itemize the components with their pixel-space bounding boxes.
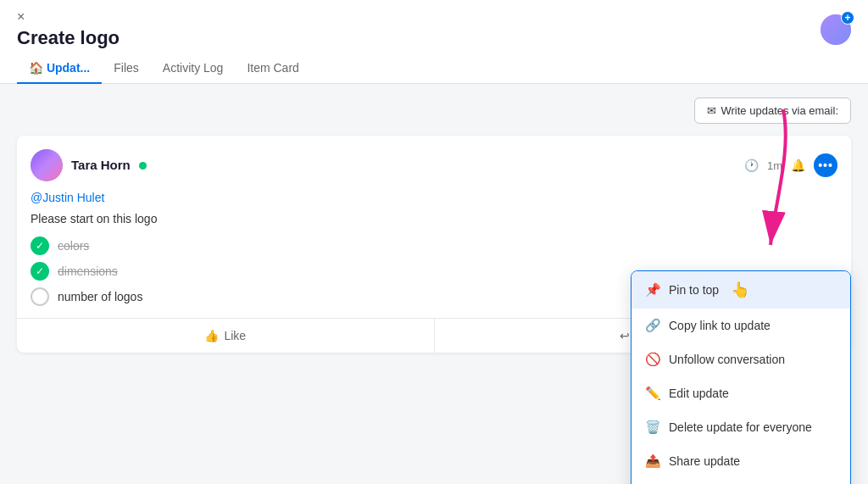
mention-text: @Justin Hulet [31, 191, 104, 204]
menu-label-copy-link: Copy link to update [669, 319, 771, 332]
user-info: Tara Horn [31, 149, 147, 181]
page-title: Create logo [17, 27, 120, 49]
user-avatar-container: + [821, 14, 851, 45]
write-email-button[interactable]: ✉ Write updates via email: [694, 97, 852, 124]
tab-activity-log[interactable]: Activity Log [151, 53, 236, 83]
menu-item-bookmark[interactable]: 🔖 Bookmark this update to inbox [632, 478, 850, 484]
clock-icon: 🕐 [744, 159, 759, 172]
header-left: × Create logo [17, 10, 120, 49]
user-avatar [31, 149, 63, 181]
user-name: Tara Horn [71, 158, 131, 172]
menu-label-pin-to-top: Pin to top [669, 283, 719, 297]
online-status-dot [139, 162, 147, 170]
update-body: Please start on this logo [31, 210, 837, 228]
menu-label-edit: Edit update [669, 387, 729, 400]
tab-files[interactable]: Files [102, 53, 151, 83]
checkbox-checked-colors[interactable]: ✓ [31, 236, 49, 255]
menu-item-pin-to-top[interactable]: 📌 Pin to top 👆 [632, 271, 850, 309]
context-menu: 📌 Pin to top 👆 🔗 Copy link to update 🚫 U… [631, 270, 851, 484]
checkbox-checked-dimensions[interactable]: ✓ [31, 262, 49, 281]
delete-icon: 🗑️ [645, 420, 660, 435]
checklist-item-colors: ✓ colors [31, 236, 837, 255]
edit-icon: ✏️ [645, 386, 660, 401]
reply-icon: ↩ [620, 329, 630, 342]
tabs-bar: 🏠 Updat... Files Activity Log Item Card [0, 53, 868, 84]
menu-item-unfollow[interactable]: 🚫 Unfollow conversation [632, 342, 850, 376]
content-area: ✉ Write updates via email: Tara Horn 🕐 [0, 84, 868, 484]
update-header: Tara Horn 🕐 1m 🔔 ••• [31, 149, 837, 181]
menu-item-copy-link[interactable]: 🔗 Copy link to update [632, 309, 850, 342]
checklist-label-dimensions: dimensions [58, 264, 118, 278]
pin-icon: 📌 [645, 282, 660, 298]
tab-updates[interactable]: 🏠 Updat... [17, 53, 102, 83]
email-icon: ✉ [707, 104, 716, 117]
time-ago: 1m [767, 159, 782, 172]
menu-item-share[interactable]: 📤 Share update [632, 444, 850, 478]
checklist-label-logos: number of logos [58, 290, 142, 303]
close-button[interactable]: × [17, 10, 120, 24]
tab-item-card[interactable]: Item Card [235, 53, 310, 83]
user-name-container: Tara Horn [71, 158, 147, 173]
email-bar: ✉ Write updates via email: [17, 97, 851, 124]
menu-label-share: Share update [669, 454, 740, 468]
main-container: × Create logo + 🏠 Updat... Files Activit… [0, 0, 868, 484]
menu-item-edit[interactable]: ✏️ Edit update [632, 376, 850, 410]
avatar-plus-icon[interactable]: + [841, 11, 854, 25]
like-label: Like [224, 329, 246, 342]
mention-link[interactable]: @Justin Hulet [31, 190, 837, 205]
copy-link-icon: 🔗 [645, 318, 660, 333]
share-icon: 📤 [645, 453, 660, 469]
checkbox-empty-logos[interactable] [31, 287, 49, 306]
menu-label-delete: Delete update for everyone [669, 420, 812, 434]
menu-item-delete[interactable]: 🗑️ Delete update for everyone [632, 410, 850, 444]
like-icon: 👍 [204, 329, 219, 342]
bell-icon: 🔔 [791, 159, 805, 172]
checklist-label-colors: colors [58, 239, 89, 253]
home-icon: 🏠 [29, 61, 47, 75]
header: × Create logo + [0, 0, 868, 49]
header-right: + [821, 14, 851, 45]
menu-label-unfollow: Unfollow conversation [669, 353, 785, 366]
like-button[interactable]: 👍 Like [17, 319, 435, 353]
unfollow-icon: 🚫 [645, 352, 660, 367]
update-meta: 🕐 1m 🔔 ••• [744, 153, 837, 177]
cursor-indicator: 👆 [731, 281, 749, 299]
more-options-button[interactable]: ••• [814, 153, 837, 177]
user-avatar-image [31, 149, 63, 181]
